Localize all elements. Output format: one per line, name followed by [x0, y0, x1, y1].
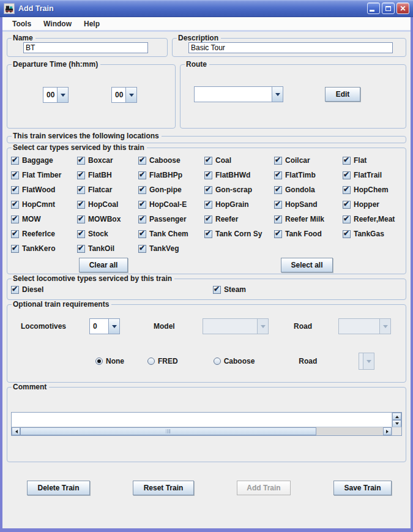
checkbox-cartype-reefer[interactable]: Reefer: [204, 215, 274, 223]
checkbox-cartype-tank-food[interactable]: Tank Food: [274, 230, 343, 238]
maximize-icon: [385, 6, 391, 11]
horizontal-scrollbar-track[interactable]: [316, 427, 383, 435]
checkbox-cartype-tankgas[interactable]: TankGas: [343, 230, 402, 238]
radio-caboose[interactable]: Caboose: [214, 357, 255, 365]
locomotives-label: Locomotives: [21, 322, 67, 331]
checkbox-cartype-coilcar[interactable]: Coilcar: [274, 156, 343, 165]
description-input[interactable]: [188, 42, 393, 53]
close-button[interactable]: ✕: [396, 2, 409, 14]
checkbox-icon: [274, 186, 282, 194]
scroll-right-icon[interactable]: [383, 427, 392, 435]
checkbox-label: TankGas: [354, 230, 384, 238]
checkbox-cartype-gon-pipe[interactable]: Gon-pipe: [138, 185, 204, 194]
checkbox-icon: [77, 201, 85, 209]
maximize-button[interactable]: [382, 2, 395, 14]
checkbox-cartype-tankoil[interactable]: TankOil: [77, 244, 138, 253]
edit-route-button[interactable]: Edit: [325, 87, 360, 102]
checkbox-cartype-mow[interactable]: MOW: [11, 215, 77, 223]
checkbox-cartype-gon-scrap[interactable]: Gon-scrap: [204, 185, 274, 194]
checkbox-cartype-flattrail[interactable]: FlatTrail: [343, 171, 402, 179]
chevron-down-icon[interactable]: [272, 87, 283, 102]
checkbox-cartype-coal[interactable]: Coal: [204, 156, 274, 165]
scroll-left-icon[interactable]: [12, 427, 20, 435]
clear-all-button[interactable]: Clear all: [79, 258, 128, 272]
checkbox-cartype-hopgrain[interactable]: HopGrain: [204, 200, 274, 209]
checkbox-cartype-flat[interactable]: Flat: [343, 156, 402, 165]
checkbox-cartype-baggage[interactable]: Baggage: [11, 156, 77, 165]
name-input[interactable]: [23, 42, 148, 53]
checkbox-cartype-hopper[interactable]: Hopper: [343, 200, 402, 209]
chevron-down-icon[interactable]: [125, 88, 136, 102]
checkbox-label: TankVeg: [149, 244, 179, 253]
vertical-scrollbar[interactable]: [392, 413, 401, 427]
add-train-button: Add Train: [237, 481, 291, 495]
checkbox-locotype-steam[interactable]: Steam: [213, 285, 402, 294]
checkbox-icon: [77, 171, 85, 179]
road-combo: [338, 318, 391, 334]
locations-group: This train services the following locati…: [7, 132, 406, 143]
checkbox-cartype-reefer-meat[interactable]: Reefer,Meat: [343, 215, 402, 223]
checkbox-cartype-reefer-milk[interactable]: Reefer Milk: [274, 215, 343, 223]
checkbox-icon: [77, 157, 85, 165]
delete-train-button[interactable]: Delete Train: [27, 481, 90, 495]
checkbox-cartype-tank-chem[interactable]: Tank Chem: [138, 230, 204, 238]
radio-icon: [147, 358, 155, 365]
scroll-up-icon[interactable]: [392, 413, 401, 420]
checkbox-cartype-flattimb[interactable]: FlatTimb: [274, 171, 343, 179]
departure-hour-combo[interactable]: 00: [43, 87, 69, 103]
checkbox-cartype-tank-corn-sy[interactable]: Tank Corn Sy: [204, 230, 274, 238]
chevron-down-icon[interactable]: [57, 88, 68, 102]
checkbox-cartype-tankkero[interactable]: TankKero: [11, 244, 77, 253]
checkbox-cartype-passenger[interactable]: Passenger: [138, 215, 204, 223]
close-icon: ✕: [400, 5, 406, 12]
checkbox-label: Tank Corn Sy: [215, 230, 262, 238]
menu-window[interactable]: Window: [37, 18, 78, 29]
checkbox-cartype-mowbox[interactable]: MOWBox: [77, 215, 138, 223]
checkbox-cartype-flatbhwd[interactable]: FlatBHWd: [204, 171, 274, 179]
checkbox-cartype-gondola[interactable]: Gondola: [274, 185, 343, 194]
checkbox-cartype-hopchem[interactable]: HopChem: [343, 185, 402, 194]
road-label: Road: [294, 322, 314, 331]
checkbox-cartype-hopcmnt[interactable]: HopCmnt: [11, 200, 77, 209]
checkbox-icon: [138, 186, 146, 194]
checkbox-cartype-hopsand[interactable]: HopSand: [274, 200, 343, 209]
checkbox-cartype-reeferice[interactable]: ReeferIce: [11, 230, 77, 238]
checkbox-cartype-flatbhpp[interactable]: FlatBHPp: [138, 171, 204, 179]
checkbox-cartype-hopcoal[interactable]: HopCoal: [77, 200, 138, 209]
route-combo[interactable]: [194, 86, 283, 102]
horizontal-scrollbar-thumb[interactable]: [20, 427, 316, 435]
menu-help[interactable]: Help: [78, 18, 106, 29]
checkbox-icon: [11, 215, 19, 223]
minimize-button[interactable]: [367, 2, 380, 14]
checkbox-cartype-flat-timber[interactable]: Flat Timber: [11, 171, 77, 179]
checkbox-icon: [138, 201, 146, 209]
checkbox-cartype-caboose[interactable]: Caboose: [138, 156, 204, 165]
radio-label: Caboose: [224, 357, 255, 365]
checkbox-cartype-tankveg[interactable]: TankVeg: [138, 244, 204, 253]
reset-train-button[interactable]: Reset Train: [133, 481, 194, 495]
radio-fred[interactable]: FRED: [147, 357, 178, 365]
select-all-button[interactable]: Select all: [281, 258, 333, 272]
checkbox-locotype-diesel[interactable]: Diesel: [11, 285, 213, 294]
checkbox-label: Diesel: [22, 285, 43, 294]
departure-hour-value: 00: [43, 88, 57, 102]
comment-textarea[interactable]: [12, 413, 392, 427]
titlebar[interactable]: Add Train ✕: [0, 0, 413, 17]
departure-minute-combo[interactable]: 00: [111, 87, 137, 103]
checkbox-cartype-flatcar[interactable]: Flatcar: [77, 185, 138, 194]
locomotives-combo[interactable]: 0: [89, 318, 120, 334]
checkbox-cartype-boxcar[interactable]: Boxcar: [77, 156, 138, 165]
departure-minute-value: 00: [112, 88, 125, 102]
checkbox-cartype-flatbh[interactable]: FlatBH: [77, 171, 138, 179]
checkbox-cartype-flatwood[interactable]: FlatWood: [11, 185, 77, 194]
chevron-down-icon[interactable]: [108, 319, 119, 334]
save-train-button[interactable]: Save Train: [333, 481, 392, 495]
checkbox-cartype-stock[interactable]: Stock: [77, 230, 138, 238]
menubar: ToolsWindowHelp: [2, 17, 411, 32]
menu-tools[interactable]: Tools: [6, 18, 37, 29]
horizontal-scrollbar[interactable]: [12, 427, 392, 435]
checkbox-icon: [138, 171, 146, 179]
radio-none[interactable]: None: [95, 357, 124, 365]
checkbox-icon: [138, 215, 146, 223]
checkbox-cartype-hopcoal-e[interactable]: HopCoal-E: [138, 200, 204, 209]
